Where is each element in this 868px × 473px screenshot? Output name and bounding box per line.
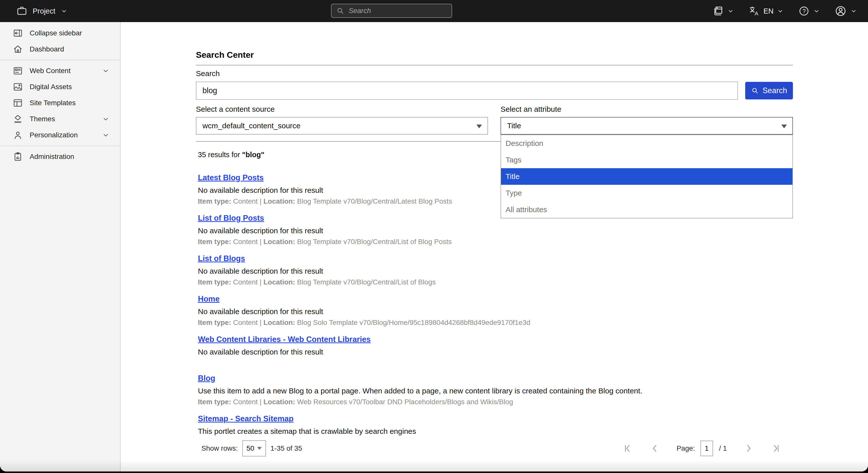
attribute-label: Select an attribute [501,105,561,114]
divider [196,65,793,66]
show-rows-label: Show rows: [202,444,238,452]
result-title-link[interactable]: List of Blogs [198,254,245,263]
home-icon [12,44,23,55]
topbar-actions: A EN ? [712,0,858,22]
person-icon [12,130,23,140]
collapse-sidebar-icon [12,28,23,38]
sidebar-divider [0,146,120,146]
sidebar-item-label: Collapse sidebar [30,29,110,37]
result-title-link[interactable]: Sitemap - Search Sitemap [198,414,293,423]
sidebar-item-digital-assets[interactable]: Digital Assets [0,79,120,95]
clipboard-chart-icon [12,151,23,162]
sidebar-item-administration[interactable]: Administration [0,149,120,165]
first-page-button[interactable] [622,443,633,454]
chevron-down-icon [850,7,858,15]
attribute-select[interactable]: Title [501,117,793,134]
rows-per-page-select[interactable]: 50 [242,440,266,456]
search-result-item: Web Content Libraries - Web Content Libr… [198,335,776,356]
result-description: No available description for this result [198,307,776,316]
sidebar-item-personalization[interactable]: Personalization [0,127,120,143]
attribute-option[interactable]: Tags [501,152,793,168]
user-menu[interactable] [834,5,858,17]
result-meta: Item type: Content | Location: Blog Temp… [198,278,776,286]
chevron-down-icon [60,7,68,15]
results-summary-query: "blog" [242,151,265,159]
result-title-link[interactable]: Home [198,294,219,304]
language-menu[interactable]: A EN [748,5,784,17]
sidebar-item-web-content[interactable]: Web Content [0,63,120,79]
project-menu[interactable]: Project [16,0,68,22]
sidebar-divider [0,60,120,60]
attribute-option[interactable]: Description [501,135,793,152]
sidebar-item-themes[interactable]: Themes [0,111,120,127]
translate-icon: A [748,5,761,17]
sidebar-item-dashboard[interactable]: Dashboard [0,41,120,57]
search-field-label: Search [196,69,220,78]
result-description: No available description for this result [198,347,776,356]
sidebar-item-label: Dashboard [30,45,110,53]
pagination-bar: Show rows: 50 1-35 of 35 Page: / 1 [121,437,868,461]
search-result-item: List of Blog Posts No available descript… [198,214,776,246]
application-window: Project A [0,0,868,472]
top-bar: Project A [0,0,868,22]
result-description: No available description for this result [198,226,776,235]
search-result-item: Home No available description for this r… [198,294,776,327]
web-content-icon [12,66,23,76]
rows-per-page-value: 50 [246,444,254,452]
language-label: EN [764,7,774,15]
attribute-value: Title [507,122,521,130]
sidebar-item-site-templates[interactable]: Site Templates [0,95,120,111]
chevron-down-icon[interactable] [101,66,110,75]
results-summary-prefix: 35 results for [198,151,242,159]
page-number-input[interactable] [701,441,713,456]
svg-text:?: ? [802,8,806,14]
result-meta: Item type: Content | Location: Blog Temp… [198,238,776,246]
attribute-option[interactable]: All attributes [501,201,793,218]
page-navigation: Page: / 1 [622,437,781,460]
global-search-box [331,4,452,18]
chevron-down-icon [727,7,734,15]
sidebar: Collapse sidebar Dashboard Web Content D… [0,22,121,472]
next-page-button[interactable] [743,443,754,454]
result-description: This portlet creates a sitemap that is c… [198,427,776,436]
attribute-option[interactable]: Type [501,185,793,201]
results-summary: 35 results for "blog" [198,151,264,159]
last-page-button[interactable] [770,443,781,454]
help-menu[interactable]: ? [798,5,820,17]
chevron-down-icon [777,7,784,15]
sidebar-item-collapse[interactable]: Collapse sidebar [0,25,120,41]
sidebar-item-label: Themes [30,115,95,123]
chevron-down-icon[interactable] [101,131,110,139]
theme-icon [12,114,23,124]
search-result-item: Sitemap - Search Sitemap This portlet cr… [198,414,776,436]
result-title-link[interactable]: Latest Blog Posts [198,173,264,182]
result-meta: Item type: Content | Location: Blog Solo… [198,318,776,327]
search-icon [336,6,345,15]
search-button[interactable]: Search [745,82,793,99]
search-icon [751,87,759,95]
image-icon [12,82,23,92]
dropdown-arrow-icon [476,125,482,128]
search-button-label: Search [763,86,787,95]
attribute-option[interactable]: Title [501,168,793,185]
results-range: 1-35 of 35 [271,444,302,452]
app-switcher-icon [712,5,724,17]
main-content: Search Center Search Search Select a con… [121,22,868,472]
sidebar-item-label: Personalization [30,131,95,139]
app-switcher-menu[interactable] [712,5,734,17]
search-query-input[interactable] [196,82,738,100]
chevron-down-icon[interactable] [101,115,110,123]
content-source-label: Select a content source [196,105,275,114]
page-total: / 1 [719,444,727,452]
briefcase-icon [16,5,28,17]
content-source-value: wcm_default_content_source [203,122,300,130]
avatar-icon [834,5,847,17]
result-title-link[interactable]: Web Content Libraries - Web Content Libr… [198,335,371,344]
result-title-link[interactable]: List of Blog Posts [198,214,264,223]
layout-icon [12,98,23,108]
global-search-input[interactable] [348,6,447,15]
content-source-select[interactable]: wcm_default_content_source [196,117,488,134]
previous-page-button[interactable] [650,443,660,454]
result-description: Use this item to add a new Blog to a por… [198,386,776,396]
result-title-link[interactable]: Blog [198,374,215,383]
